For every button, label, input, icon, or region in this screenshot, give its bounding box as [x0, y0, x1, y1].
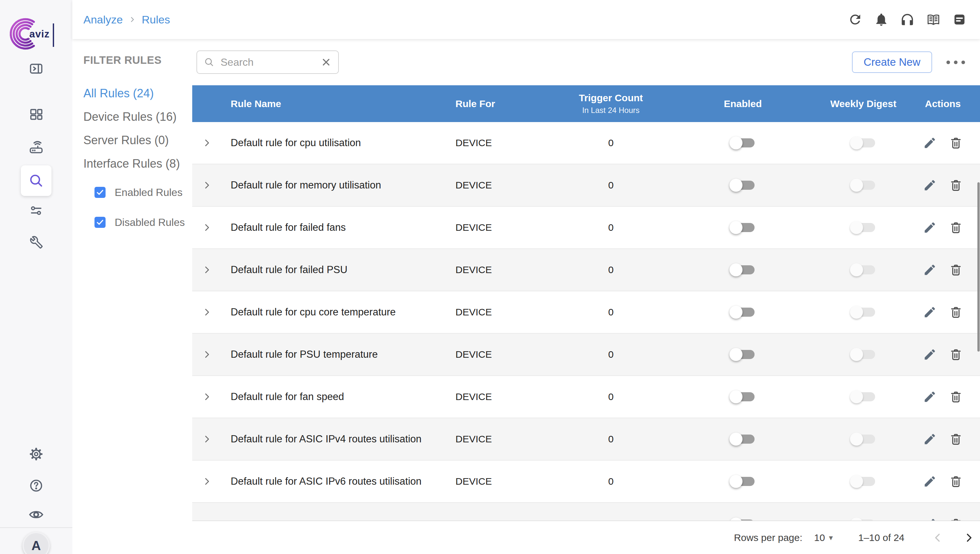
enabled-toggle[interactable]: [731, 435, 755, 444]
weekly-digest-toggle[interactable]: [852, 392, 875, 401]
next-page-icon[interactable]: [963, 532, 975, 544]
enabled-toggle[interactable]: [731, 265, 755, 274]
expand-row-icon[interactable]: [202, 307, 212, 317]
table-row[interactable]: [192, 503, 980, 521]
weekly-digest-toggle[interactable]: [852, 435, 875, 444]
filter-title: FILTER RULES: [83, 54, 192, 67]
docs-icon[interactable]: [926, 12, 941, 27]
dashboard-icon[interactable]: [28, 107, 45, 122]
main-region: Analyze Rules: [72, 0, 980, 554]
expand-row-icon[interactable]: [202, 350, 212, 359]
table-row[interactable]: Default rule for memory utilisation DEVI…: [192, 164, 980, 207]
rule-for: DEVICE: [450, 137, 557, 148]
delete-icon[interactable]: [949, 305, 963, 319]
table-row[interactable]: Default rule for cpu utilisation DEVICE …: [192, 122, 980, 164]
explore-icon[interactable]: [21, 166, 51, 196]
edit-icon[interactable]: [923, 305, 937, 319]
table-row[interactable]: Default rule for failed PSU DEVICE 0: [192, 249, 980, 291]
create-new-button[interactable]: Create New: [852, 51, 932, 73]
weekly-digest-toggle[interactable]: [852, 138, 875, 148]
more-options-icon[interactable]: [945, 57, 966, 67]
expand-row-icon[interactable]: [202, 476, 212, 486]
filter-item[interactable]: Device Rules (16): [83, 109, 192, 124]
delete-icon[interactable]: [949, 263, 963, 277]
release-notes-icon[interactable]: [952, 12, 967, 27]
weekly-digest-toggle[interactable]: [852, 265, 875, 274]
trigger-count: 0: [557, 349, 665, 360]
enabled-toggle[interactable]: [731, 181, 755, 190]
expand-row-icon[interactable]: [202, 434, 212, 444]
checkbox-icon[interactable]: [94, 217, 105, 228]
filter-checkbox-row[interactable]: Disabled Rules: [94, 215, 192, 230]
edit-icon[interactable]: [923, 263, 937, 277]
edit-icon[interactable]: [923, 432, 937, 446]
edit-icon[interactable]: [923, 221, 937, 234]
table-row[interactable]: Default rule for failed fans DEVICE 0: [192, 207, 980, 249]
edit-icon[interactable]: [923, 136, 937, 150]
filter-item[interactable]: Server Rules (0): [83, 133, 192, 148]
expand-row-icon[interactable]: [202, 265, 212, 275]
expand-row-icon[interactable]: [202, 392, 212, 402]
edit-icon[interactable]: [923, 348, 937, 361]
delete-icon[interactable]: [949, 136, 963, 150]
expand-row-icon[interactable]: [202, 223, 212, 232]
enabled-toggle[interactable]: [731, 138, 755, 148]
delete-icon[interactable]: [949, 221, 963, 234]
weekly-digest-toggle[interactable]: [852, 223, 875, 232]
rule-name: Default rule for ASIC IPv4 routes utilis…: [222, 433, 450, 445]
delete-icon[interactable]: [949, 390, 963, 404]
filter-item[interactable]: All Rules (24): [83, 86, 192, 101]
table-row[interactable]: Default rule for cpu core temperature DE…: [192, 291, 980, 334]
clear-search-icon[interactable]: [321, 57, 332, 68]
rows-per-page-select[interactable]: 10 ▾: [814, 532, 833, 543]
delete-icon[interactable]: [949, 474, 963, 488]
view-icon[interactable]: [28, 507, 45, 522]
expand-row-icon[interactable]: [202, 138, 212, 148]
edit-icon[interactable]: [923, 474, 937, 488]
table-row[interactable]: Default rule for ASIC IPv4 routes utilis…: [192, 418, 980, 460]
table-row[interactable]: Default rule for fan speed DEVICE 0: [192, 376, 980, 418]
weekly-digest-toggle[interactable]: [852, 181, 875, 190]
enabled-toggle[interactable]: [731, 223, 755, 232]
scrollbar-thumb[interactable]: [977, 182, 980, 352]
devices-icon[interactable]: [28, 139, 45, 155]
previous-page-icon[interactable]: [932, 532, 943, 544]
rule-for: DEVICE: [450, 349, 557, 360]
checkbox-icon[interactable]: [94, 187, 105, 198]
search-icon: [204, 57, 215, 68]
enabled-toggle[interactable]: [731, 307, 755, 317]
weekly-digest-toggle[interactable]: [852, 307, 875, 317]
support-icon[interactable]: [900, 12, 915, 27]
tools-icon[interactable]: [28, 235, 45, 250]
delete-icon[interactable]: [949, 348, 963, 361]
expand-row-icon[interactable]: [202, 180, 212, 190]
delete-icon[interactable]: [949, 517, 963, 521]
edit-icon[interactable]: [923, 517, 937, 521]
help-icon[interactable]: [28, 479, 45, 493]
breadcrumb-rules[interactable]: Rules: [142, 13, 170, 26]
content-region: FILTER RULES All Rules (24)Device Rules …: [72, 39, 980, 554]
edit-icon[interactable]: [923, 178, 937, 192]
weekly-digest-toggle[interactable]: [852, 350, 875, 359]
settings-icon[interactable]: [28, 447, 45, 461]
refresh-icon[interactable]: [848, 12, 863, 27]
filter-item[interactable]: Interface Rules (8): [83, 156, 192, 171]
panel-toggle-icon[interactable]: [28, 61, 45, 76]
delete-icon[interactable]: [949, 432, 963, 446]
delete-icon[interactable]: [949, 178, 963, 192]
user-avatar[interactable]: A: [22, 532, 50, 554]
enabled-toggle[interactable]: [731, 477, 755, 486]
notifications-icon[interactable]: [874, 12, 889, 27]
search-input[interactable]: [220, 56, 315, 68]
edit-icon[interactable]: [923, 390, 937, 404]
breadcrumb-analyze[interactable]: Analyze: [83, 13, 123, 26]
header-rule-for: Rule For: [450, 98, 557, 109]
filter-checkbox-row[interactable]: Enabled Rules: [94, 185, 192, 200]
weekly-digest-toggle[interactable]: [852, 477, 875, 486]
table-row[interactable]: Default rule for PSU temperature DEVICE …: [192, 334, 980, 376]
enabled-toggle[interactable]: [731, 392, 755, 401]
rules-config-icon[interactable]: [28, 203, 45, 218]
table-row[interactable]: Default rule for ASIC IPv6 routes utilis…: [192, 460, 980, 503]
enabled-toggle[interactable]: [731, 350, 755, 359]
filter-checkbox-label: Disabled Rules: [115, 217, 185, 229]
